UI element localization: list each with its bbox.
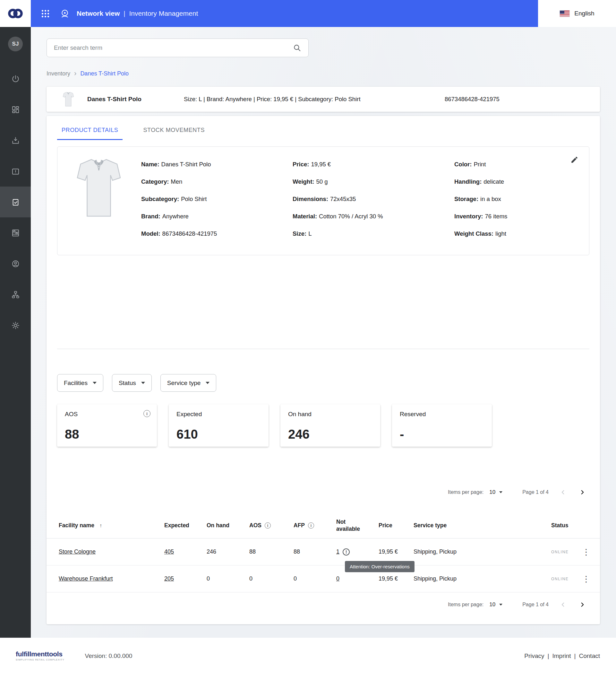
facility-stock-table: Facility name ↑ Expected On hand AOS i A… xyxy=(46,513,600,592)
sidebar-item-facilities[interactable] xyxy=(0,217,31,248)
breadcrumb-current: Danes T-Shirt Polo xyxy=(80,70,129,77)
tab-stock-movements[interactable]: STOCK MOVEMENTS xyxy=(139,127,209,140)
sidebar-item-stock-alerts[interactable] xyxy=(0,156,31,187)
not-available-link[interactable]: 0 xyxy=(336,575,339,582)
items-per-page-select[interactable]: 10 xyxy=(489,601,502,608)
facilities-filter-label: Facilities xyxy=(64,379,88,386)
sidebar-item-dashboard[interactable] xyxy=(0,94,31,125)
language-switcher[interactable]: English xyxy=(538,0,616,27)
tab-bar: PRODUCT DETAILS STOCK MOVEMENTS xyxy=(46,116,600,140)
footer-tagline: SIMPLIFYING RETAIL COMPLEXITY xyxy=(16,659,64,662)
title-divider: | xyxy=(124,10,125,17)
items-per-page-label: Items per page: xyxy=(448,602,483,607)
chevron-right-icon xyxy=(579,601,586,608)
sidebar-item-settings[interactable] xyxy=(0,310,31,341)
search-input[interactable] xyxy=(54,44,292,51)
user-avatar[interactable]: SJ xyxy=(8,36,23,51)
field-weight: Weight:50 g xyxy=(293,178,383,196)
footer-links: Privacy | Imprint | Contact xyxy=(524,653,600,660)
info-icon[interactable]: i xyxy=(308,523,314,529)
sidebar-item-users[interactable] xyxy=(0,248,31,279)
header-afp: AFP i xyxy=(294,522,336,529)
edit-product-button[interactable] xyxy=(569,154,580,165)
details-column-1: Name:Danes T-Shirt Polo Category:Men Sub… xyxy=(141,161,217,248)
app-launcher-icon[interactable] xyxy=(42,10,49,17)
privacy-link[interactable]: Privacy xyxy=(524,653,544,660)
details-column-3: Color:Print Handling:delicate Storage:in… xyxy=(454,161,507,248)
us-flag-icon xyxy=(560,10,570,17)
sidebar-item-inbound[interactable] xyxy=(0,125,31,156)
network-view-icon xyxy=(60,9,69,18)
facilities-filter[interactable]: Facilities xyxy=(57,374,103,392)
facility-link[interactable]: Warehouse Frankfurt xyxy=(59,575,113,582)
product-header-card: Danes T-Shirt Polo Size: L | Brand: Anyw… xyxy=(46,87,600,112)
status-badge: ONLINE xyxy=(551,577,569,581)
language-label: English xyxy=(574,10,594,17)
afp-value: 88 xyxy=(294,548,300,555)
header-facility-name[interactable]: Facility name ↑ xyxy=(59,522,164,529)
header-status: Status xyxy=(551,522,581,529)
stat-value: - xyxy=(400,427,404,442)
product-thumbnail xyxy=(61,92,76,107)
contact-link[interactable]: Contact xyxy=(579,653,600,660)
sidebar-item-network[interactable] xyxy=(0,279,31,310)
items-per-page-select[interactable]: 10 xyxy=(489,489,502,495)
sidebar-item-logout[interactable] xyxy=(0,63,31,94)
facility-link[interactable]: Store Cologne xyxy=(59,548,96,555)
header-not-available: Not available xyxy=(336,519,378,533)
dashboard-icon xyxy=(11,105,20,114)
previous-page-button[interactable] xyxy=(558,487,568,497)
row-menu-button[interactable]: ⋮ xyxy=(581,547,592,557)
field-subcategory: Subcategory:Polo Shirt xyxy=(141,196,217,213)
sidebar-item-inventory[interactable] xyxy=(0,187,31,217)
product-details-panel: Name:Danes T-Shirt Polo Category:Men Sub… xyxy=(57,146,589,255)
chevron-down-icon xyxy=(499,604,502,605)
app-title: Network view xyxy=(77,10,120,17)
previous-page-button[interactable] xyxy=(558,600,568,609)
info-icon[interactable]: i xyxy=(143,410,150,417)
not-available-link[interactable]: 1 xyxy=(336,548,339,555)
table-row: Store Cologne 405 246 88 88 1 ! 19,95 € … xyxy=(46,539,600,565)
tab-product-details[interactable]: PRODUCT DETAILS xyxy=(57,127,123,140)
stat-label: Reserved xyxy=(400,411,426,418)
price-value: 19,95 € xyxy=(378,548,398,555)
pencil-icon xyxy=(571,156,579,164)
over-reservations-tooltip: Attention: Over-reservations xyxy=(345,561,415,572)
field-size: Size:L xyxy=(293,230,383,248)
price-value: 19,95 € xyxy=(378,575,398,582)
stat-label: Expected xyxy=(176,411,202,418)
sidebar: SJ xyxy=(0,27,31,638)
search-button[interactable] xyxy=(292,42,303,53)
breadcrumb-inventory-link[interactable]: Inventory xyxy=(46,70,70,77)
field-storage: Storage:in a box xyxy=(454,196,507,213)
info-icon[interactable]: i xyxy=(265,523,271,529)
footer-logo-text: fulfillmenttools xyxy=(16,650,64,658)
service-type-filter[interactable]: Service type xyxy=(160,374,216,392)
imprint-link[interactable]: Imprint xyxy=(553,653,571,660)
on-hand-value: 246 xyxy=(207,548,216,555)
row-menu-button[interactable]: ⋮ xyxy=(581,573,592,584)
header-price: Price xyxy=(378,522,414,529)
aos-value: 0 xyxy=(249,575,253,582)
field-material: Material:Cotton 70% / Acryl 30 % xyxy=(293,213,383,230)
product-image xyxy=(76,156,122,220)
on-hand-value: 0 xyxy=(207,575,210,582)
expected-link[interactable]: 405 xyxy=(164,548,174,555)
stat-value: 246 xyxy=(288,427,310,442)
header-on-hand: On hand xyxy=(207,522,249,529)
expected-link[interactable]: 205 xyxy=(164,575,174,582)
header-service-type: Service type xyxy=(414,522,551,529)
fulfillmenttools-logo-icon xyxy=(7,8,24,19)
field-name: Name:Danes T-Shirt Polo xyxy=(141,161,217,178)
service-type-filter-label: Service type xyxy=(167,379,201,386)
product-model-number: 8673486428-421975 xyxy=(445,96,499,103)
pagination-top: Items per page: 10 Page 1 of 4 xyxy=(46,485,600,499)
next-page-button[interactable] xyxy=(578,487,587,497)
warning-icon[interactable]: ! xyxy=(343,548,350,556)
page-footer: fulfillmenttools SIMPLIFYING RETAIL COMP… xyxy=(0,638,616,674)
afp-value: 0 xyxy=(294,575,297,582)
status-filter[interactable]: Status xyxy=(112,374,152,392)
app-subtitle: Inventory Management xyxy=(129,10,198,17)
next-page-button[interactable] xyxy=(578,600,587,609)
chevron-down-icon xyxy=(93,382,97,384)
